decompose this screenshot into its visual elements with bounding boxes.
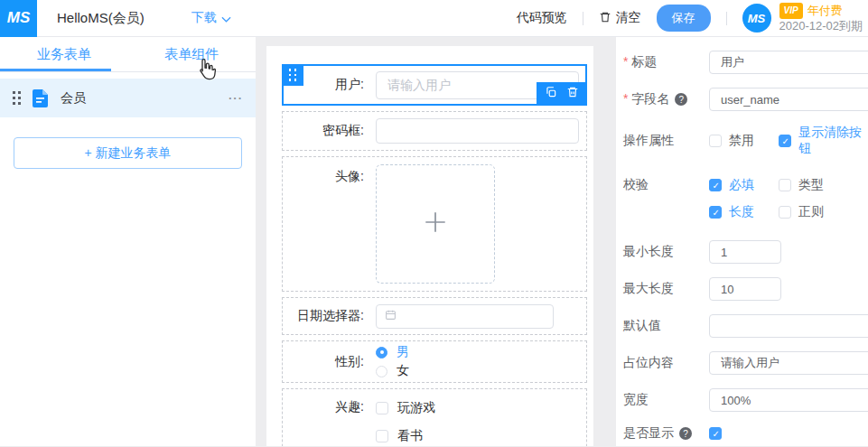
password-input[interactable] (376, 118, 579, 144)
tab-form-components[interactable]: 表单组件 (128, 37, 257, 71)
download-dropdown[interactable]: 下载 (191, 10, 231, 26)
avatar-upload-box[interactable] (376, 164, 495, 284)
vip-info: VIP 年付费 2020-12-02到期 (779, 3, 863, 33)
toolbar-divider (726, 12, 727, 25)
vip-plan-label: 年付费 (807, 4, 843, 18)
help-icon[interactable] (675, 93, 687, 106)
top-toolbar: MS HelloMS(会员) 下载 代码预览 清空 保存 MS VIP 年付费 … (0, 0, 868, 37)
checkbox-icon[interactable] (779, 135, 791, 147)
default-value-label: 默认值 (623, 318, 709, 334)
checkbox-label: 看书 (397, 428, 423, 444)
checkbox-show-clear[interactable]: 显示清除按钮 (779, 125, 868, 157)
clear-button[interactable]: 清空 (599, 10, 641, 26)
checkbox-option-reading[interactable]: 看书 (376, 428, 435, 444)
min-length-label: 最小长度 (623, 244, 709, 260)
radio-icon[interactable] (376, 366, 387, 377)
checkbox-type[interactable]: 类型 (779, 177, 824, 193)
max-length-input[interactable] (709, 277, 781, 301)
placeholder-input[interactable] (709, 351, 868, 375)
canvas-field-user[interactable]: 用户: (282, 64, 587, 106)
checkbox-disabled[interactable]: 禁用 (709, 125, 779, 157)
help-icon[interactable] (679, 427, 692, 440)
account-avatar[interactable]: MS (742, 4, 771, 33)
validation-label: 校验 (623, 177, 709, 193)
checkbox-option-games[interactable]: 玩游戏 (376, 400, 435, 416)
placeholder-label: 占位内容 (623, 355, 709, 371)
field-properties-panel: 标题 字段名 操作属性 禁用 显示清除按钮 (616, 37, 868, 446)
operations-label: 操作属性 (623, 133, 709, 149)
width-label: 宽度 (623, 392, 709, 408)
delete-field-icon[interactable] (566, 86, 579, 102)
max-length-label: 最大长度 (623, 281, 709, 297)
field-label: 性别: (290, 354, 364, 370)
checkbox-icon[interactable] (709, 135, 722, 147)
page-title: HelloMS(会员) (57, 10, 145, 27)
forms-sidebar: 业务表单 表单组件 会员 ··· + 新建业务表单 (0, 37, 256, 446)
more-actions-button[interactable]: ··· (229, 91, 243, 105)
default-value-input[interactable] (709, 314, 868, 338)
width-input[interactable] (709, 388, 868, 412)
min-length-input[interactable] (709, 240, 781, 264)
app-logo[interactable]: MS (0, 0, 37, 37)
checkbox-icon[interactable] (709, 206, 722, 219)
form-item-name: 会员 (61, 90, 86, 107)
save-button[interactable]: 保存 (657, 5, 711, 32)
title-label: 标题 (623, 54, 657, 70)
checkbox-label: 长度 (729, 204, 754, 220)
form-canvas: 用户: 密码框: 头像: (266, 46, 593, 446)
vip-expiry-date: 2020-12-02到期 (779, 19, 863, 33)
checkbox-label: 类型 (798, 177, 824, 193)
title-input[interactable] (709, 51, 868, 74)
checkbox-icon[interactable] (709, 179, 722, 191)
field-label: 密码框: (290, 123, 364, 139)
clear-label: 清空 (616, 10, 641, 26)
layout-gutter (256, 37, 266, 446)
canvas-field-interests[interactable]: 兴趣: 玩游戏 看书 (282, 388, 587, 446)
calendar-icon (385, 308, 397, 324)
field-name-input[interactable] (709, 88, 868, 111)
checkbox-label: 显示清除按钮 (798, 125, 868, 157)
document-icon (33, 89, 48, 107)
radio-label: 男 (397, 344, 409, 360)
layout-gutter (593, 37, 616, 446)
download-label: 下载 (191, 10, 217, 26)
checkbox-icon[interactable] (376, 430, 388, 442)
tab-business-forms[interactable]: 业务表单 (0, 37, 128, 71)
visible-checkbox[interactable] (709, 427, 722, 440)
checkbox-icon[interactable] (779, 206, 791, 219)
canvas-field-avatar[interactable]: 头像: (282, 156, 587, 292)
form-list-item-member[interactable]: 会员 ··· (0, 79, 256, 117)
radio-icon[interactable] (376, 347, 387, 359)
visible-label: 是否显示 (623, 425, 674, 442)
sidebar-tabs: 业务表单 表单组件 (0, 37, 256, 72)
canvas-field-gender[interactable]: 性别: 男 女 (282, 340, 587, 383)
checkbox-label: 必填 (729, 177, 754, 193)
new-business-form-button[interactable]: + 新建业务表单 (14, 137, 242, 169)
radio-option-male[interactable]: 男 (376, 344, 409, 360)
checkbox-icon[interactable] (376, 402, 388, 414)
code-preview-button[interactable]: 代码预览 (517, 10, 567, 26)
checkbox-icon[interactable] (779, 179, 791, 191)
checkbox-regex[interactable]: 正则 (779, 204, 824, 220)
plus-icon (422, 209, 449, 239)
drag-handle-icon[interactable] (13, 91, 21, 105)
checkbox-label: 正则 (798, 204, 824, 220)
account-area[interactable]: MS VIP 年付费 2020-12-02到期 (742, 3, 863, 33)
canvas-field-datepicker[interactable]: 日期选择器: (282, 297, 587, 335)
field-drag-handle[interactable] (282, 64, 303, 86)
checkbox-length[interactable]: 长度 (709, 204, 779, 220)
checkbox-label: 禁用 (729, 133, 754, 149)
chevron-down-icon (221, 11, 231, 25)
field-label: 头像: (290, 169, 364, 185)
trash-icon (599, 11, 611, 26)
active-tab-indicator (0, 69, 111, 71)
copy-field-icon[interactable] (545, 86, 557, 102)
radio-option-female[interactable]: 女 (376, 363, 409, 379)
toolbar-divider (583, 12, 583, 25)
vip-badge: VIP (779, 3, 803, 19)
checkbox-required[interactable]: 必填 (709, 177, 779, 193)
field-action-bar (537, 82, 587, 106)
canvas-field-password[interactable]: 密码框: (282, 111, 587, 151)
date-picker-input[interactable] (376, 304, 554, 329)
radio-label: 女 (397, 363, 409, 379)
